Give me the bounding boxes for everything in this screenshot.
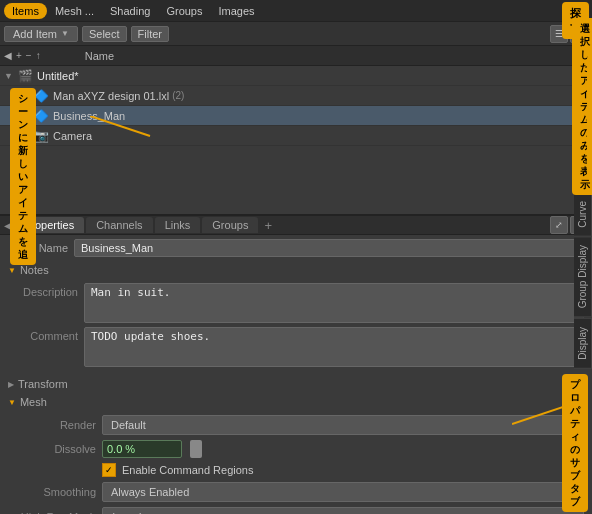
camera-label: Camera [53, 130, 92, 142]
svg-line-1 [512, 404, 572, 424]
transform-label: Transform [18, 378, 68, 390]
mesh-section-header[interactable]: ▼ Mesh [0, 393, 592, 411]
render-label: Render [16, 419, 96, 431]
lower-section: ◀ Properties Channels Links Groups + ⤢ ⚙… [0, 216, 592, 514]
menu-bar: Items Mesh ... Shading Groups Images [0, 0, 592, 22]
mesh-icon-2: 🔷 [34, 109, 49, 123]
tab-groups[interactable]: Groups [202, 217, 258, 233]
menu-item-groups[interactable]: Groups [158, 3, 210, 19]
scene-item-label: Untitled* [37, 70, 79, 82]
dissolve-input[interactable] [102, 440, 182, 458]
enable-cmd-checkbox-row: ✓ Enable Command Regions [102, 463, 253, 477]
remove-icon[interactable]: − [26, 50, 32, 61]
scene-item-untitled[interactable]: ▼ 🎬 Untitled* [0, 66, 592, 86]
menu-item-images[interactable]: Images [210, 3, 262, 19]
man-axyz-label: Man aXYZ design 01.lxl [53, 90, 169, 102]
render-row: Render Default [8, 415, 584, 435]
dropdown-arrow-icon: ▼ [61, 29, 69, 38]
transform-section-header[interactable]: ▶ Transform [0, 375, 592, 393]
callout-subtabs-arrow [512, 404, 572, 434]
menu-item-items[interactable]: Items [4, 3, 47, 19]
collapse-icon[interactable]: ◀ [4, 50, 12, 61]
high-res-select[interactable]: (none) [102, 507, 584, 514]
add-icon[interactable]: + [16, 50, 22, 61]
tab-links[interactable]: Links [155, 217, 201, 233]
scene-list-section: ◀ + − ↑ Name ▼ 🎬 Untitled* ▶ 🔷 Man aXYZ … [0, 46, 592, 216]
notes-arrow-icon: ▼ [8, 266, 16, 275]
add-tab-button[interactable]: + [260, 218, 276, 233]
svg-line-0 [90, 116, 150, 136]
filter-button[interactable]: Filter [131, 26, 169, 42]
toolbar: Add Item ▼ Select Filter ☰ ⚙ [0, 22, 592, 46]
dissolve-row: Dissolve [8, 440, 584, 458]
transform-arrow-icon: ▶ [8, 380, 14, 389]
description-textarea[interactable]: Man in suit. [84, 283, 584, 323]
mesh-label: Mesh [20, 396, 47, 408]
tab-channels[interactable]: Channels [86, 217, 152, 233]
mesh-arrow-icon: ▼ [8, 398, 16, 407]
callout-search2-text: アイテム会社の文のみを検索します。 [587, 55, 592, 180]
callout-subtabs-text: プロパティのサブタブ [562, 374, 588, 512]
smoothing-label: Smoothing [16, 486, 96, 498]
scene-item-camera[interactable]: 📷 Camera [0, 126, 592, 146]
scene-icon: 🎬 [18, 69, 33, 83]
smoothing-select[interactable]: Always Enabled [102, 482, 584, 502]
comment-textarea[interactable]: TODO update shoes. [84, 327, 584, 367]
right-tab-group-display[interactable]: Group Display [574, 236, 592, 317]
maximize-icon[interactable]: ⤢ [550, 216, 568, 234]
description-row: Description Man in suit. [8, 283, 584, 323]
smoothing-row: Smoothing Always Enabled [8, 482, 584, 502]
properties-tabs: ◀ Properties Channels Links Groups + ⤢ ⚙ [0, 216, 592, 235]
menu-item-shading[interactable]: Shading [102, 3, 158, 19]
name-row: Name [0, 235, 592, 261]
menu-item-mesh[interactable]: Mesh ... [47, 3, 102, 19]
mesh-content: Render Default Dissolve ✓ Enable Command… [0, 411, 592, 514]
select-button[interactable]: Select [82, 26, 127, 42]
dissolve-input-wrap [102, 440, 584, 458]
col-name-label: Name [45, 50, 588, 62]
comment-row: Comment TODO update shoes. [8, 327, 584, 367]
name-input[interactable] [74, 239, 584, 257]
dissolve-slider[interactable] [190, 440, 202, 458]
main-container: Items Mesh ... Shading Groups Images Add… [0, 0, 592, 514]
move-up-icon[interactable]: ↑ [36, 50, 41, 61]
scene-item-man-axyz[interactable]: ▶ 🔷 Man aXYZ design 01.lxl (2) [0, 86, 592, 106]
enable-cmd-label: Enable Command Regions [122, 464, 253, 476]
callout-add-item-text: シーンに新しいアイテムを追 [10, 88, 36, 265]
right-tab-display[interactable]: Display [574, 318, 592, 369]
camera-icon: 📷 [34, 129, 49, 143]
right-tab-curve[interactable]: Curve [574, 192, 592, 237]
add-item-label: Add Item [13, 28, 57, 40]
enable-cmd-row: ✓ Enable Command Regions [8, 463, 584, 477]
scene-list-header: ◀ + − ↑ Name [0, 46, 592, 66]
expand-icon: ▼ [4, 71, 14, 81]
description-label: Description [8, 283, 78, 298]
mesh-icon-1: 🔷 [34, 89, 49, 103]
scene-item-business-man[interactable]: ▶ 🔷 Business_Man [0, 106, 592, 126]
enable-cmd-checkbox[interactable]: ✓ [102, 463, 116, 477]
notes-section-header[interactable]: ▼ Notes [0, 261, 592, 279]
notes-content: Description Man in suit. Comment TODO up… [0, 279, 592, 375]
high-res-row: High Res Mesh (none) [8, 507, 584, 514]
notes-label: Notes [20, 264, 49, 276]
dissolve-label: Dissolve [16, 443, 96, 455]
comment-label: Comment [8, 327, 78, 342]
add-item-button[interactable]: Add Item ▼ [4, 26, 78, 42]
man-axyz-count: (2) [172, 90, 184, 101]
callout-arrow-svg [90, 116, 170, 146]
